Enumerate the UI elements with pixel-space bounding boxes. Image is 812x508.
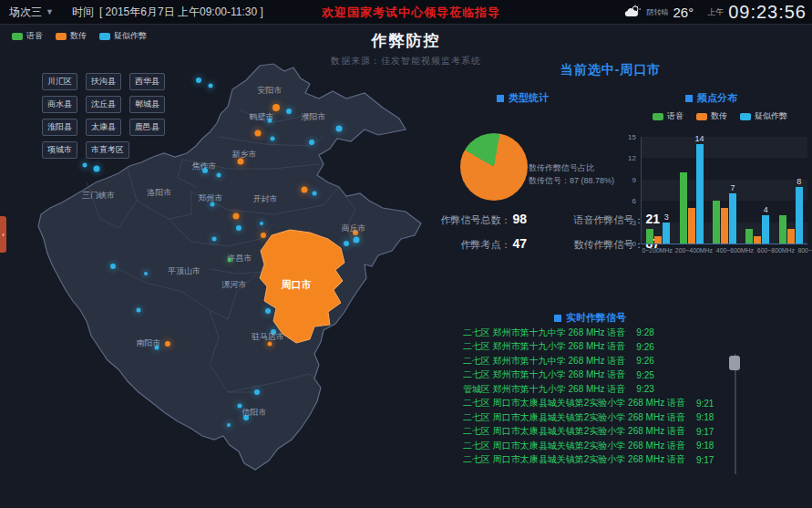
city-label[interactable]: 郑州市 [199,192,223,204]
county-button[interactable]: 太康县 [86,119,121,136]
bar-chart-plot: 314748 [641,137,807,244]
city-label[interactable]: 鹤壁市 [250,111,274,123]
county-button[interactable]: 市直考区 [86,141,129,159]
list-scrollbar-track[interactable] [735,354,736,474]
x-tick-label: 400~600MHz [716,246,754,254]
county-button[interactable]: 商水县 [42,96,77,113]
signal-dot[interactable] [165,341,170,347]
signal-dot[interactable] [260,222,263,225]
signal-dot[interactable] [233,213,240,220]
signal-dot[interactable] [336,126,343,132]
city-label[interactable]: 商丘市 [342,223,366,234]
legend-swatch-icon [12,33,23,40]
weather-text: 阴转晴 [646,7,668,17]
bar-疑似作弊[interactable]: 14 [696,144,704,244]
bar-语音[interactable] [646,229,653,244]
frequency-bar-chart[interactable]: 03691215 314748 0~200MHz200~400MHz400~60… [625,126,809,255]
city-label[interactable]: 新乡市 [232,149,257,161]
city-label[interactable]: 周口市 [282,278,312,292]
legend-item[interactable]: 语音 [653,110,684,122]
legend-swatch-icon [99,33,110,40]
signal-list-item[interactable]: 管城区 郑州市第十九小学 268 MHz 语音9:23 [463,382,733,397]
bar-数传[interactable] [754,236,761,244]
signal-list-item[interactable]: 二七区 郑州市第十九中学 268 MHz 语音9:26 [463,354,733,368]
city-label[interactable]: 信阳市 [242,407,267,419]
city-label[interactable]: 三门峡市 [82,190,115,202]
signal-list-item[interactable]: 二七区 周口市太康县城关镇第2实验小学 268 MHz 语音9:18 [463,410,733,425]
county-button[interactable]: 淮阳县 [42,119,77,136]
signal-dot[interactable] [236,225,242,231]
city-label[interactable]: 焦作市 [192,161,217,172]
list-scrollbar-handle[interactable] [729,356,740,370]
signal-list-item[interactable]: 二七区 周口市太康县城关镇第2实验小学 268 MHz 语音9:17 [463,425,733,440]
bar-数传[interactable] [787,229,795,244]
county-button[interactable]: 鹿邑县 [129,119,165,136]
signal-list-item[interactable]: 二七区 周口市太康县城关镇第2实验小学 268 MHz 语音9:21 [463,397,733,411]
signal-dot[interactable] [94,166,100,172]
signal-dot[interactable] [354,237,360,244]
county-button[interactable]: 西华县 [129,73,165,90]
legend-item[interactable]: 疑似作弊 [99,30,147,42]
panel-collapse-handle[interactable]: ‹ [0,216,6,253]
city-label[interactable]: 开封市 [253,193,278,205]
signal-dot[interactable] [137,308,141,313]
bar-语音[interactable] [680,172,687,244]
signal-dot[interactable] [209,84,213,88]
signal-time: 9:17 [696,427,714,437]
signal-dot[interactable] [217,173,221,178]
city-label[interactable]: 许昌市 [228,253,252,264]
signal-dot[interactable] [309,140,314,145]
legend-item[interactable]: 语音 [12,30,43,42]
signal-dot[interactable] [302,187,308,193]
city-label[interactable]: 洛阳市 [148,187,172,199]
city-label[interactable]: 南阳市 [137,337,161,349]
signal-dot[interactable] [83,163,87,168]
signal-dot[interactable] [286,109,292,114]
county-button[interactable]: 项城市 [42,141,77,159]
signal-dot[interactable] [344,241,349,246]
city-label[interactable]: 濮阳市 [302,111,326,123]
legend-item[interactable]: 数传 [696,110,727,122]
bar-疑似作弊[interactable]: 3 [663,223,670,244]
signal-list-item[interactable]: 二七区 周口市太康县城关镇第2实验小学 268 MHz 语音9:17 [463,453,733,468]
legend-item[interactable]: 疑似作弊 [740,110,787,122]
city-label[interactable]: 平顶山市 [168,265,200,277]
signal-dot[interactable] [255,130,262,137]
legend-item[interactable]: 数传 [56,30,87,42]
county-button[interactable]: 郸城县 [129,96,165,113]
bar-疑似作弊[interactable]: 8 [796,187,803,244]
signal-dot[interactable] [227,423,231,427]
legend-swatch-icon [56,33,67,40]
bar-语音[interactable] [713,201,720,244]
bar-数传[interactable] [721,208,728,244]
city-label[interactable]: 驻马店市 [252,331,284,343]
bar-语音[interactable] [745,229,753,244]
bar-疑似作弊[interactable]: 7 [729,193,736,244]
bar-数传[interactable] [654,236,662,244]
signal-dot[interactable] [261,233,266,238]
signal-list-item[interactable]: 二七区 郑州市第十九小学 268 MHz 语音9:25 [463,368,733,383]
bar-疑似作弊[interactable]: 4 [762,215,769,244]
signal-dot[interactable] [144,272,148,275]
signal-list-item[interactable]: 二七区 郑州市第十九小学 268 MHz 语音9:26 [463,340,733,355]
signal-dot[interactable] [212,237,217,242]
session-select[interactable]: 场次三 ▼ [9,5,54,20]
county-button[interactable]: 川汇区 [42,73,77,90]
signal-dot[interactable] [313,192,317,196]
signal-text: 二七区 周口市太康县城关镇第2实验小学 268 MHz 语音 [463,425,685,438]
bar-数传[interactable] [688,208,695,244]
city-label[interactable]: 安阳市 [258,85,283,97]
signal-list-item[interactable]: 二七区 周口市太康县城关镇第2实验小学 268 MHz 语音9:18 [463,439,733,453]
signal-dot[interactable] [196,78,201,83]
signal-dot[interactable] [110,264,116,269]
signal-dot[interactable] [265,308,271,314]
county-button[interactable]: 扶沟县 [86,73,121,90]
signal-dot[interactable] [271,137,275,141]
county-button[interactable]: 沈丘县 [86,96,121,113]
city-label[interactable]: 漯河市 [222,279,247,291]
signal-list-item[interactable]: 二七区 郑州市第十九中学 268 MHz 语音9:28 [463,326,733,340]
type-pie-chart[interactable] [460,133,528,201]
temperature: 26° [673,5,694,20]
signal-dot[interactable] [254,389,260,395]
bar-语音[interactable] [779,215,786,244]
